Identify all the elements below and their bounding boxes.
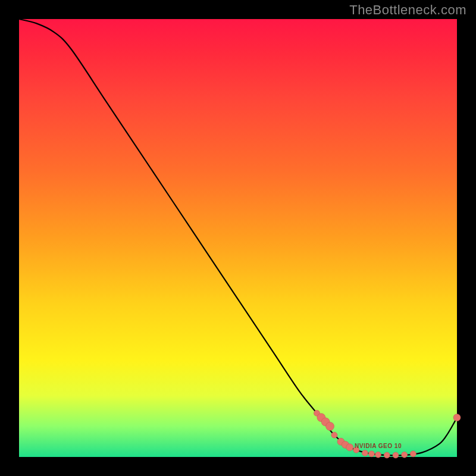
curve-marker [375, 452, 381, 458]
curve-marker [384, 452, 390, 458]
curve-marker [331, 432, 337, 438]
curve-marker [346, 444, 353, 451]
curve-marker [453, 414, 461, 421]
bottleneck-curve [19, 19, 457, 456]
chart-svg: NVIDIA GEO 10 [19, 19, 457, 457]
curve-marker [368, 451, 374, 457]
watermark-text: TheBottleneck.com [349, 2, 466, 18]
curve-marker [326, 422, 334, 430]
curve-marker [362, 450, 368, 456]
inline-annotation: NVIDIA GEO 10 [355, 443, 402, 449]
curve-marker [393, 452, 399, 458]
curve-markers [314, 410, 461, 458]
curve-marker [410, 451, 416, 457]
chart-frame: TheBottleneck.com NVIDIA GEO 10 [0, 0, 476, 476]
curve-marker [402, 452, 408, 458]
